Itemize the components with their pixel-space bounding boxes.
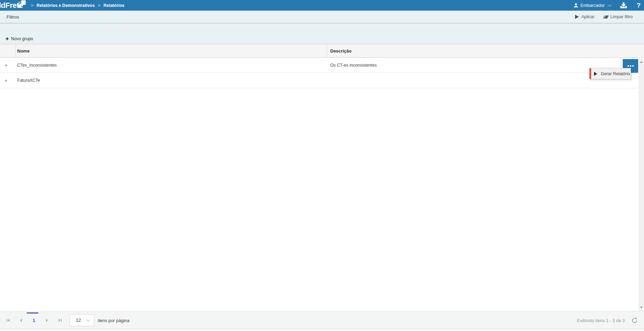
table-row[interactable]: + CTes_Inconsistentes Os CT-es inconsist… (0, 58, 638, 73)
download-icon (620, 2, 628, 9)
chevron-down-icon (608, 3, 611, 7)
page-size-label: itens por página (98, 312, 130, 329)
logo: ldFrete (0, 0, 29, 11)
scroll-up-arrow-icon[interactable] (640, 61, 643, 63)
vertical-scrollbar[interactable] (639, 58, 644, 311)
bottom-strip (0, 329, 644, 331)
apply-play-icon (575, 15, 579, 19)
cell-nome: CTes_Inconsistentes (17, 58, 57, 72)
new-group-label: Novo grupo (11, 36, 33, 41)
column-divider (327, 44, 327, 57)
filters-title: Filtros (7, 14, 19, 20)
logo-squares-icon (18, 0, 26, 9)
generate-report-play-icon (594, 72, 597, 76)
pager-info-text: Exibindo itens 1 - 3 de 3 (577, 318, 625, 323)
breadcrumb-chevron-icon: > (31, 3, 34, 8)
expand-row-button[interactable]: + (4, 62, 8, 68)
help-button[interactable]: ? (632, 0, 644, 11)
eraser-icon (603, 15, 609, 19)
topbar: ldFrete > Relatórios e Demonstrativos > … (0, 0, 644, 11)
app-window: ldFrete > Relatórios e Demonstrativos > … (0, 0, 644, 331)
current-page-number: 1 (33, 318, 35, 323)
breadcrumb-item-relatorios-e-demonstrativos[interactable]: Relatórios e Demonstrativos (37, 3, 95, 8)
user-menu-button[interactable]: Embarcador (569, 0, 615, 11)
apply-filter-button[interactable]: Aplicar (575, 14, 594, 19)
refresh-button[interactable] (632, 318, 637, 323)
row-context-menu: Gerar Relatório (589, 68, 631, 79)
plus-icon: + (5, 36, 9, 42)
last-page-button[interactable] (53, 312, 67, 329)
column-header-nome: Nome (17, 44, 29, 57)
column-header-descricao: Descrição (330, 44, 351, 57)
filter-panel: + Novo grupo (0, 23, 644, 44)
breadcrumb-item-relatorios[interactable]: Relatórios (104, 3, 124, 8)
expand-row-button[interactable]: + (4, 78, 8, 83)
more-options-icon (628, 65, 629, 67)
cell-descricao: Os CT-es inconsistentes (330, 58, 377, 72)
column-divider (15, 44, 16, 57)
grid-header: Nome Descrição (0, 44, 644, 58)
menu-item-gerar-relatorio[interactable]: Gerar Relatório (601, 71, 630, 76)
apply-filter-label: Aplicar (581, 14, 594, 19)
user-menu-label: Embarcador (581, 3, 605, 8)
pager: 1 12 itens por página Exibindo itens 1 -… (0, 311, 644, 329)
breadcrumb-chevron-icon: > (98, 3, 100, 8)
menu-accent-stripe (589, 68, 591, 79)
previous-page-button[interactable] (14, 312, 27, 329)
filters-bar: Filtros Aplicar Limpar filtro (0, 11, 644, 23)
user-icon (574, 3, 578, 8)
page-size-value: 12 (76, 318, 86, 323)
clear-filter-label: Limpar filtro (610, 14, 633, 19)
cell-nome: FaturaXCTe (17, 73, 40, 88)
chevron-down-icon (86, 318, 90, 321)
new-group-button[interactable]: + Novo grupo (5, 36, 33, 42)
download-button[interactable] (615, 0, 632, 11)
next-page-button[interactable] (40, 312, 53, 329)
clear-filter-button[interactable]: Limpar filtro (604, 14, 633, 19)
breadcrumb: > Relatórios e Demonstrativos > Relatóri… (31, 3, 124, 8)
table-row[interactable]: + FaturaXCTe (0, 73, 638, 88)
page-size-select[interactable]: 12 (70, 314, 94, 326)
page-number-button[interactable]: 1 (27, 312, 40, 329)
first-page-button[interactable] (1, 312, 14, 329)
scroll-down-arrow-icon[interactable] (640, 307, 643, 308)
